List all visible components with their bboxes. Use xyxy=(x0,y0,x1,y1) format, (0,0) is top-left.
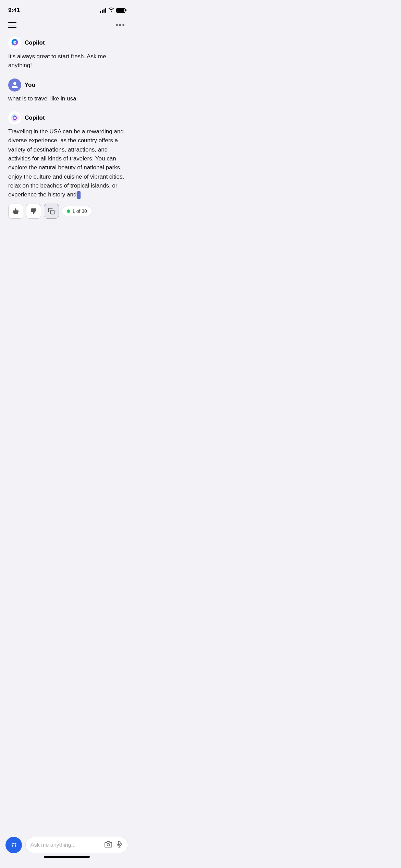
thumbs-down-button[interactable] xyxy=(26,204,41,219)
source-dot xyxy=(67,209,70,213)
svg-rect-3 xyxy=(51,210,54,214)
copilot-answer-sender: Copilot xyxy=(25,114,45,121)
user-avatar xyxy=(8,79,21,92)
svg-point-0 xyxy=(14,42,14,43)
copilot-greeting-header: Copilot xyxy=(8,36,125,49)
copy-button[interactable] xyxy=(44,204,59,219)
copilot-greeting-message: Copilot It's always great to start fresh… xyxy=(8,36,125,70)
status-time: 9:41 xyxy=(8,7,20,14)
user-message: You what is to travel like in usa xyxy=(8,79,125,103)
status-icons xyxy=(100,8,125,13)
wifi-icon xyxy=(108,8,114,13)
battery-icon xyxy=(116,8,125,13)
source-badge[interactable]: 1 of 30 xyxy=(62,206,92,216)
user-message-text: what is to travel like in usa xyxy=(8,94,125,103)
feedback-row: 1 of 30 xyxy=(8,204,125,219)
top-nav: ••• xyxy=(0,17,134,33)
svg-point-1 xyxy=(15,42,16,43)
user-message-sender: You xyxy=(25,82,35,88)
more-options-button[interactable]: ••• xyxy=(116,21,125,29)
chat-area: Copilot It's always great to start fresh… xyxy=(0,33,134,219)
status-bar: 9:41 xyxy=(0,0,134,17)
signal-bars-icon xyxy=(100,8,106,13)
copilot-answer-text: Traveling in the USA can be a rewarding … xyxy=(8,127,125,200)
copilot-answer-avatar xyxy=(8,111,21,124)
copilot-answer-header: Copilot xyxy=(8,111,125,124)
svg-point-2 xyxy=(13,117,16,119)
copilot-greeting-text: It's always great to start fresh. Ask me… xyxy=(8,52,125,70)
thumbs-up-button[interactable] xyxy=(8,204,23,219)
user-message-header: You xyxy=(8,79,125,92)
copilot-answer-message: Copilot Traveling in the USA can be a re… xyxy=(8,111,125,219)
source-count: 1 of 30 xyxy=(72,208,87,214)
copilot-greeting-sender: Copilot xyxy=(25,39,45,46)
copilot-avatar xyxy=(8,36,21,49)
typing-cursor xyxy=(77,191,81,199)
menu-button[interactable] xyxy=(8,22,16,28)
